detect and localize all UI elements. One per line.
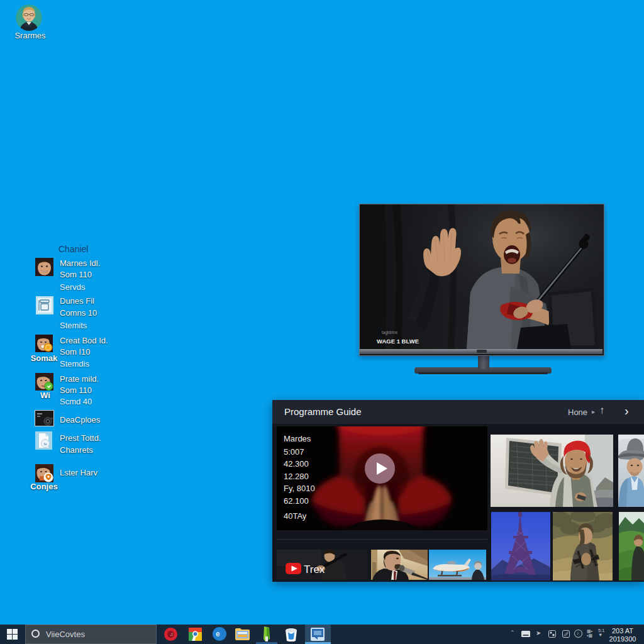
- svg-text:fe: fe: [43, 442, 47, 446]
- svg-text:WAGE 1 BLWE: WAGE 1 BLWE: [377, 338, 419, 345]
- svg-text:tagtdrine: tagtdrine: [382, 330, 398, 335]
- svg-text:Trex: Trex: [304, 564, 325, 575]
